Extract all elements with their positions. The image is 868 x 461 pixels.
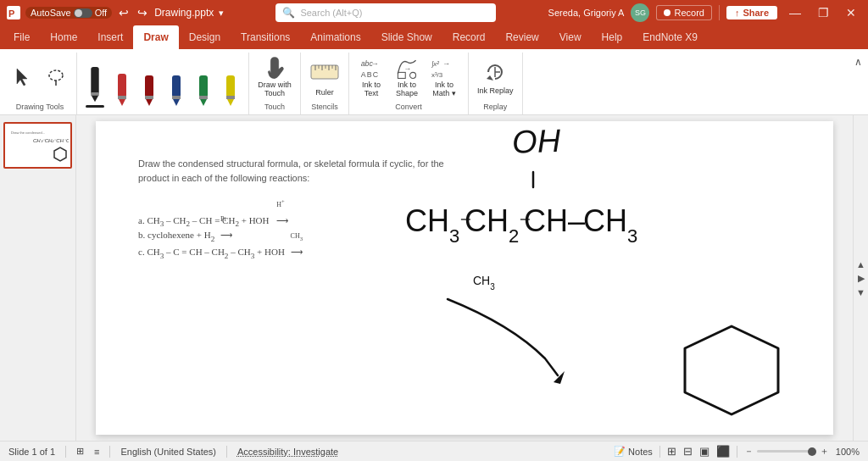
slide-view-icon[interactable]: ⊞ [76,446,84,457]
title-bar: P AutoSave Off ↩ ↪ Drawing.pptx ▾ 🔍 Sear… [0,0,868,25]
toggle-knob [75,9,82,17]
svg-rect-17 [199,75,208,97]
status-divider-1 [65,446,66,458]
status-divider-2 [109,446,110,458]
undo-icon[interactable]: ↩ [117,6,131,19]
replay-label: Replay [483,103,507,114]
notes-icon: 📝 [614,446,626,457]
ink-to-text-button[interactable]: abc → A B C Ink toText [354,54,388,100]
pen4-button[interactable] [164,64,189,109]
cursor-icon [12,65,36,89]
autosave-switch[interactable] [74,8,92,18]
tab-endnote[interactable]: EndNote X9 [632,25,708,49]
zoom-thumb [808,447,816,456]
slide-canvas[interactable]: Draw the condensed structural formula, o… [96,121,833,435]
lasso-tool-button[interactable] [41,54,71,100]
tab-design[interactable]: Design [179,25,231,49]
tab-record[interactable]: Record [442,25,496,49]
zoom-slider[interactable] [757,450,816,453]
draw-touch-icon [261,56,288,80]
pen3-button[interactable] [136,64,162,109]
tab-review[interactable]: Review [495,25,548,49]
select-tool-button[interactable] [8,54,39,100]
view-slide-sorter-icon[interactable]: ⊟ [683,445,693,458]
view-fullscreen-icon[interactable]: ⬛ [716,445,730,458]
ink-to-shape-label: Ink toShape [396,81,418,98]
record-button[interactable]: Record [656,5,711,20]
draw-with-touch-button[interactable]: Draw withTouch [254,54,295,100]
pen1-indicator [86,105,104,108]
pen1-button[interactable] [82,64,108,109]
autosave-label: AutoSave [31,8,71,18]
status-right: 📝 Notes ⊞ ⊟ ▣ ⬛ － ＋ 100% [614,445,860,458]
prev-slide-right-button[interactable]: ▶ [858,273,865,284]
search-box[interactable]: 🔍 Search (Alt+Q) [275,3,496,22]
replay-items: Ink Replay [474,53,517,101]
svg-text:CH3⁻: CH3⁻ [405,203,472,247]
drawing-tools-items [8,53,71,101]
close-button[interactable]: ✕ [841,4,861,21]
svg-rect-13 [145,96,153,99]
tab-view[interactable]: View [549,25,592,49]
ruler-button[interactable]: Ruler [306,54,343,100]
tab-transitions[interactable]: Transitions [231,25,300,49]
svg-point-38 [410,72,416,78]
svg-text:Draw the condensed...: Draw the condensed... [11,131,45,135]
svg-text:CH3: CH3 [583,203,637,247]
redo-icon[interactable]: ↪ [136,6,149,19]
pen6-button[interactable] [218,64,243,109]
tab-bar: File Home Insert Draw Design Transitions… [0,25,868,49]
svg-text:→: → [442,59,450,68]
view-reading-icon[interactable]: ▣ [699,445,709,458]
toolbar-collapse-button[interactable]: ∧ [851,56,865,68]
fit-slide-button[interactable]: ▲ [856,259,865,269]
tab-draw[interactable]: Draw [133,25,178,49]
tab-home[interactable]: Home [40,25,87,49]
drawing-tools-label: Drawing Tools [16,103,64,114]
search-icon: 🔍 [282,7,295,19]
svg-text:∫x²: ∫x² [431,60,439,68]
svg-rect-8 [118,74,126,97]
share-label: Share [743,8,769,18]
pen2-button[interactable] [109,64,135,109]
divider [719,5,720,20]
tab-insert[interactable]: Insert [87,25,133,49]
svg-text:OH: OH [511,123,561,160]
minimize-button[interactable]: — [784,4,806,21]
svg-text:A: A [361,69,366,78]
ink-to-shape-button[interactable]: → Ink toShape [390,54,424,100]
zoom-out-icon[interactable]: － [744,445,754,458]
next-slide-right-button[interactable]: ▼ [856,287,865,297]
tab-file[interactable]: File [3,25,40,49]
ink-replay-button[interactable]: Ink Replay [474,54,517,100]
tab-slideshow[interactable]: Slide Show [371,25,442,49]
main-slide: Draw the condensed structural formula, o… [76,115,853,441]
tab-animations[interactable]: Animations [300,25,370,49]
accessibility-label[interactable]: Accessibility: Investigate [237,447,338,457]
notes-button[interactable]: 📝 Notes [614,446,653,457]
user-name: Sereda, Grigoriy A [548,8,625,18]
language-label: English (United States) [120,447,216,457]
autosave-state: Off [95,8,107,18]
restore-button[interactable]: ❐ [813,4,834,21]
share-button[interactable]: ↑ Share [726,6,777,19]
pen1-icon [86,65,104,103]
slide-thumbnail-1[interactable]: 1 Draw the condensed... CH₃⁻CH₂⁻CH⁻CH₃ [3,122,72,169]
svg-marker-42 [487,75,493,81]
outline-view-icon[interactable]: ≡ [94,447,99,457]
zoom-control[interactable]: － ＋ [744,445,829,458]
ink-to-math-button[interactable]: ∫x² → x³/3 Ink toMath ▾ [426,54,463,100]
zoom-level[interactable]: 100% [836,447,860,457]
zoom-in-icon[interactable]: ＋ [820,445,829,458]
svg-text:C: C [373,69,379,78]
title-bar-left: P AutoSave Off ↩ ↪ Drawing.pptx ▾ [7,6,224,19]
title-bar-right: Sereda, Grigoriy A SG Record ↑ Share — ❐… [548,3,861,22]
autosave-toggle[interactable]: AutoSave Off [25,7,112,19]
view-normal-icon[interactable]: ⊞ [667,445,676,458]
svg-rect-5 [91,67,98,95]
svg-text:CH3: CH3 [473,274,495,292]
svg-rect-37 [398,72,405,78]
pen5-button[interactable] [191,64,216,109]
svg-rect-11 [145,75,153,97]
tab-help[interactable]: Help [592,25,633,49]
